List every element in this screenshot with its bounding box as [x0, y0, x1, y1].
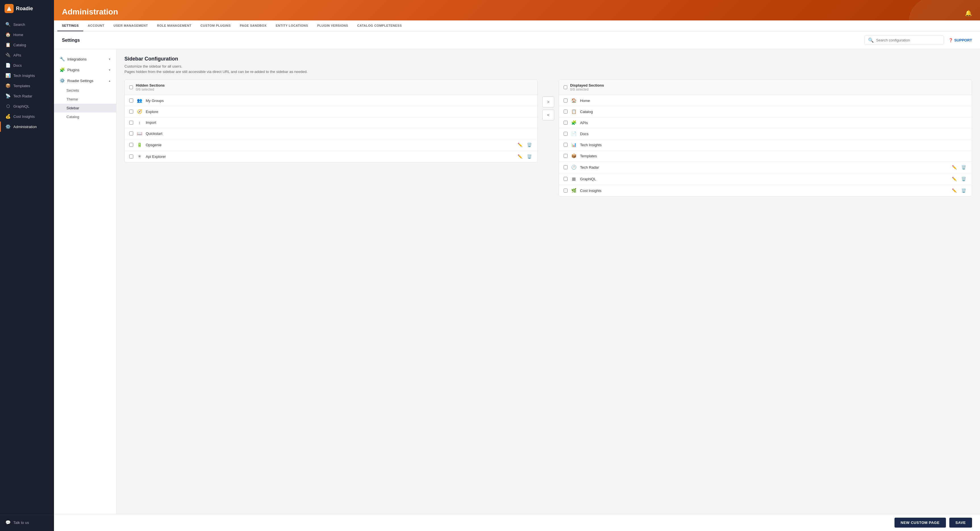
api-explorer-edit-button[interactable]: ✏️	[516, 154, 523, 159]
hidden-opsgenie-checkbox[interactable]	[129, 143, 133, 147]
displayed-graphiql-checkbox[interactable]	[563, 177, 568, 181]
displayed-row-tech-insights: 📊 Tech Insights	[559, 140, 972, 151]
sidebar-item-templates[interactable]: 📦 Templates	[0, 81, 54, 91]
hidden-sections-select-all-checkbox[interactable]	[129, 86, 133, 89]
sidebar-nav: 🔍 Search 🏠 Home 📋 Catalog 🔌 APIs 📄 Docs …	[0, 17, 54, 515]
settings-sub-theme[interactable]: Theme	[54, 95, 116, 103]
displayed-apis-checkbox[interactable]	[563, 121, 568, 125]
displayed-row-cost-insights: 🌿 Cost Insights ✏️ 🗑️	[559, 185, 972, 196]
transfer-left-button[interactable]: <	[542, 110, 554, 121]
sidebar-item-cost-insights[interactable]: 💰 Cost Insights	[0, 111, 54, 122]
hidden-my-groups-checkbox[interactable]	[129, 99, 133, 102]
displayed-docs-checkbox[interactable]	[563, 132, 568, 136]
hidden-sections-panel: Hidden Sections 0/6 selected 👥 My Groups…	[124, 79, 538, 162]
quickstart-icon: 📖	[137, 131, 142, 136]
tab-account[interactable]: ACCOUNT	[83, 21, 109, 31]
displayed-sections-title-group: Displayed Sections 0/9 selected	[570, 83, 604, 91]
logo[interactable]: Roadie	[0, 0, 54, 17]
support-link[interactable]: ❓ SUPPORT	[948, 38, 972, 42]
tab-role-management[interactable]: ROLE MANAGEMENT	[153, 21, 196, 31]
bell-icon[interactable]: 🔔	[965, 10, 972, 16]
tab-custom-plugins[interactable]: CUSTOM PLUGINS	[196, 21, 235, 31]
import-label: Import	[146, 121, 533, 125]
graphiql-delete-button[interactable]: 🗑️	[960, 176, 967, 182]
disp-graphiql-label: GraphiQL	[580, 177, 947, 181]
graphiql-actions: ✏️ 🗑️	[951, 176, 967, 182]
sidebar-item-tech-radar[interactable]: 📡 Tech Radar	[0, 91, 54, 101]
opsgenie-edit-button[interactable]: ✏️	[516, 142, 523, 148]
search-config-bar[interactable]: 🔍	[864, 35, 944, 45]
sidebar-item-search[interactable]: 🔍 Search	[0, 19, 54, 30]
hidden-import-checkbox[interactable]	[129, 121, 133, 125]
tab-user-management[interactable]: USER MANAGEMENT	[109, 21, 153, 31]
disp-catalog-label: Catalog	[580, 110, 967, 114]
sidebar-item-apis[interactable]: 🔌 APIs	[0, 50, 54, 60]
hidden-row-explore: 🧭 Explore	[125, 106, 538, 117]
disp-apis-icon: 🧩	[571, 120, 577, 125]
new-custom-page-button[interactable]: NEW CUSTOM PAGE	[894, 518, 946, 528]
displayed-tech-radar-checkbox[interactable]	[563, 165, 568, 169]
api-explorer-delete-button[interactable]: 🗑️	[526, 154, 533, 159]
graphiql-edit-button[interactable]: ✏️	[951, 176, 958, 182]
disp-templates-icon: 📦	[571, 153, 577, 159]
sidebar-item-docs[interactable]: 📄 Docs	[0, 60, 54, 70]
displayed-templates-checkbox[interactable]	[563, 154, 568, 158]
hidden-explore-checkbox[interactable]	[129, 110, 133, 114]
cost-insights-delete-button[interactable]: 🗑️	[960, 188, 967, 193]
sidebar-item-graphiql[interactable]: ⬡ GraphiQL	[0, 101, 54, 111]
roadie-logo-icon	[5, 4, 14, 13]
displayed-home-checkbox[interactable]	[563, 99, 568, 102]
displayed-row-catalog: 📋 Catalog	[559, 106, 972, 117]
opsgenie-icon: 🔋	[137, 142, 142, 147]
settings-menu-roadie-settings-left: ⚙️ Roadie Settings	[60, 78, 94, 83]
cost-insights-edit-button[interactable]: ✏️	[951, 188, 958, 193]
settings-sub-secrets[interactable]: Secrets	[54, 86, 116, 95]
transfer-buttons: > <	[542, 79, 554, 121]
sidebar-item-home[interactable]: 🏠 Home	[0, 30, 54, 40]
content-header: Settings 🔍 ❓ SUPPORT	[54, 32, 980, 49]
settings-menu-integrations[interactable]: 🔧 Integrations ▾	[54, 54, 116, 64]
search-config-input[interactable]	[876, 38, 940, 42]
sidebar-item-talk-to-us[interactable]: 💬 Talk to us	[0, 517, 54, 528]
transfer-right-button[interactable]: >	[542, 97, 554, 107]
search-icon: 🔍	[5, 22, 11, 27]
administration-icon: ⚙️	[5, 124, 11, 129]
settings-menu-plugins[interactable]: 🧩 Plugins ▾	[54, 64, 116, 75]
sidebar-item-tech-insights[interactable]: 📊 Tech Insights	[0, 70, 54, 81]
settings-menu-roadie-settings-label: Roadie Settings	[67, 79, 94, 83]
settings-menu-roadie-settings[interactable]: ⚙️ Roadie Settings ▴	[54, 75, 116, 86]
sidebar-config-panels: Hidden Sections 0/6 selected 👥 My Groups…	[124, 79, 972, 197]
tab-page-sandbox[interactable]: PAGE SANDBOX	[235, 21, 271, 31]
sidebar-item-catalog[interactable]: 📋 Catalog	[0, 40, 54, 50]
displayed-tech-insights-checkbox[interactable]	[563, 143, 568, 147]
displayed-sections-select-all-checkbox[interactable]	[563, 86, 567, 89]
sidebar-item-administration[interactable]: ⚙️ Administration	[0, 122, 54, 132]
tech-radar-edit-button[interactable]: ✏️	[951, 164, 958, 170]
displayed-row-tech-radar: 🕐 Tech Radar ✏️ 🗑️	[559, 162, 972, 173]
displayed-cost-insights-checkbox[interactable]	[563, 189, 568, 192]
hidden-row-import: ↕ Import	[125, 117, 538, 128]
tab-catalog-completeness[interactable]: CATALOG COMPLETENESS	[353, 21, 406, 31]
opsgenie-actions: ✏️ 🗑️	[516, 142, 533, 148]
tab-plugin-versions[interactable]: PLUGIN VERSIONS	[313, 21, 353, 31]
plugins-icon: 🧩	[60, 67, 65, 72]
hidden-sections-title: Hidden Sections	[136, 83, 165, 87]
settings-sub-catalog[interactable]: Catalog	[54, 113, 116, 121]
settings-menu-plugins-left: 🧩 Plugins	[60, 67, 80, 72]
sidebar-item-label: Templates	[13, 84, 30, 88]
settings-layout: 🔧 Integrations ▾ 🧩 Plugins ▾ ⚙️ Roadie S…	[54, 49, 980, 514]
tab-entity-locations[interactable]: ENTITY LOCATIONS	[271, 21, 313, 31]
opsgenie-delete-button[interactable]: 🗑️	[526, 142, 533, 148]
support-question-icon: ❓	[948, 38, 953, 42]
save-button[interactable]: SAVE	[949, 518, 972, 528]
hidden-row-opsgenie: 🔋 Opsgenie ✏️ 🗑️	[125, 139, 538, 151]
hidden-api-explorer-checkbox[interactable]	[129, 154, 133, 159]
settings-sub-sidebar[interactable]: Sidebar	[54, 103, 116, 113]
hidden-quickstart-checkbox[interactable]	[129, 132, 133, 135]
displayed-catalog-checkbox[interactable]	[563, 110, 568, 114]
tab-settings[interactable]: SETTINGS	[57, 21, 83, 31]
opsgenie-label: Opsgenie	[146, 143, 513, 147]
import-icon: ↕	[137, 120, 142, 125]
api-explorer-label: Api Explorer	[146, 154, 513, 159]
tech-radar-delete-button[interactable]: 🗑️	[960, 164, 967, 170]
